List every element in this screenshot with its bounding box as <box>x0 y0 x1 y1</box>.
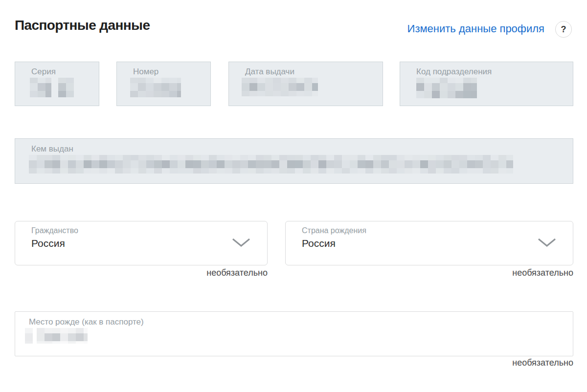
field-issue-date-label: Дата выдачи <box>229 62 383 77</box>
field-series: Серия <box>15 62 99 106</box>
field-number: Номер <box>116 62 211 106</box>
field-issue-date: Дата выдачи <box>228 62 383 106</box>
page-title: Паспортные данные <box>15 18 150 33</box>
birth-place-value-redacted <box>25 328 33 344</box>
birth-place-label: Место рожде (как в паспорте) <box>15 312 573 327</box>
birth-country-label: Страна рождения <box>286 221 573 236</box>
field-issued-by: Кем выдан <box>15 138 573 184</box>
citizenship-label: Гражданство <box>15 221 267 236</box>
field-division-code-label: Код подразделения <box>400 62 573 77</box>
birth-place-value-redacted <box>37 328 88 344</box>
birth-country-optional-note: необязательно <box>512 268 573 278</box>
division-code-value-redacted <box>416 78 477 98</box>
birth-country-value: Россия <box>302 237 573 250</box>
field-issued-by-label: Кем выдан <box>15 139 573 154</box>
question-mark-icon: ? <box>561 24 566 35</box>
chevron-down-icon <box>232 238 250 247</box>
issued-by-value-redacted <box>29 155 513 174</box>
passport-data-panel: Паспортные данные Изменить данные профил… <box>0 0 587 392</box>
series-value-redacted <box>30 78 51 97</box>
birth-place-optional-note: необязательно <box>512 358 573 368</box>
number-value-redacted <box>130 78 181 97</box>
birth-country-dropdown[interactable]: Страна рождения Россия <box>285 221 573 265</box>
citizenship-dropdown[interactable]: Гражданство Россия <box>15 221 268 265</box>
field-series-label: Серия <box>15 62 99 77</box>
help-button[interactable]: ? <box>555 21 572 38</box>
field-number-label: Номер <box>117 62 210 77</box>
chevron-down-icon <box>538 238 556 247</box>
issue-date-value-redacted <box>242 78 318 96</box>
edit-profile-link[interactable]: Изменить данные профиля <box>407 22 544 35</box>
birth-place-field[interactable]: Место рожде (как в паспорте) <box>15 311 573 356</box>
series-value-redacted <box>58 78 74 97</box>
citizenship-optional-note: необязательно <box>206 268 268 278</box>
field-division-code: Код подразделения <box>400 62 573 106</box>
